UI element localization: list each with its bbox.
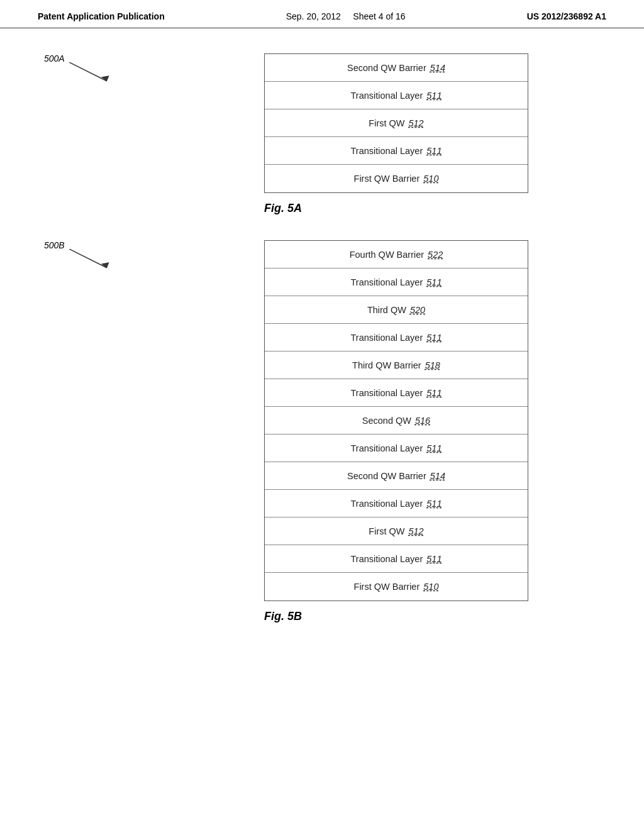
svg-line-0 (69, 62, 107, 81)
layer-row: Second QW Barrier514 (265, 462, 528, 490)
layer-ref: 520 (410, 305, 425, 315)
layer-ref: 511 (426, 443, 441, 453)
layer-text: Second QW Barrier (347, 471, 426, 481)
page-header: Patent Application Publication Sep. 20, … (0, 0, 644, 28)
layer-ref: 511 (426, 277, 441, 287)
layer-ref: 511 (426, 333, 441, 343)
layer-text: Second QW (362, 416, 411, 426)
layer-ref: 512 (408, 526, 423, 536)
layer-row: First QW Barrier510 (265, 573, 528, 600)
layer-text: Transitional Layer (351, 146, 423, 156)
layer-ref: 518 (425, 360, 440, 370)
layer-text: First QW (369, 526, 404, 536)
layer-text: Transitional Layer (351, 388, 423, 398)
layer-row: Transitional Layer511 (265, 545, 528, 573)
layer-text: Transitional Layer (351, 333, 423, 343)
header-center: Sep. 20, 2012 Sheet 4 of 16 (286, 11, 406, 21)
layer-ref: 514 (430, 471, 445, 481)
fig5b-caption: Fig. 5B (151, 610, 415, 623)
layer-text: First QW Barrier (354, 174, 420, 184)
layer-ref: 511 (426, 91, 441, 101)
layer-text: Transitional Layer (351, 443, 423, 453)
layer-text: Transitional Layer (351, 499, 423, 509)
layer-ref: 511 (426, 388, 441, 398)
layer-text: First QW (369, 118, 404, 128)
layer-row: First QW Barrier510 (265, 165, 528, 192)
layer-text: First QW Barrier (354, 582, 420, 592)
fig5b-arrow (69, 249, 145, 274)
layer-ref: 510 (423, 582, 438, 592)
layer-row: Transitional Layer511 (265, 434, 528, 462)
fig5a-section: 500A Second QW Barrier514Transitional La… (38, 53, 606, 215)
layer-text: Transitional Layer (351, 554, 423, 564)
layer-row: First QW512 (265, 517, 528, 545)
fig5a-arrow (69, 62, 145, 87)
fig5b-layer-stack: Fourth QW Barrier522Transitional Layer51… (264, 240, 528, 601)
fig5a-layer-stack: Second QW Barrier514Transitional Layer51… (264, 53, 528, 193)
layer-row: First QW512 (265, 109, 528, 137)
layer-row: Fourth QW Barrier522 (265, 241, 528, 268)
layer-ref: 516 (415, 416, 430, 426)
layer-text: Second QW Barrier (347, 63, 426, 73)
fig5a-caption: Fig. 5A (151, 202, 415, 215)
header-date: Sep. 20, 2012 (286, 11, 341, 21)
layer-row: Third QW520 (265, 296, 528, 324)
layer-text: Transitional Layer (351, 277, 423, 287)
layer-ref: 511 (426, 499, 441, 509)
header-sheet: Sheet 4 of 16 (353, 11, 405, 21)
layer-row: Transitional Layer511 (265, 137, 528, 165)
fig5a-label: 500A (44, 53, 65, 64)
layer-row: Third QW Barrier518 (265, 351, 528, 379)
layer-row: Transitional Layer511 (265, 268, 528, 296)
layer-ref: 514 (430, 63, 445, 73)
fig5b-label-area: 500B (38, 240, 151, 278)
fig5a-label-area: 500A (38, 53, 151, 91)
fig5b-label: 500B (44, 240, 65, 250)
layer-ref: 511 (426, 146, 441, 156)
layer-row: Transitional Layer511 (265, 490, 528, 517)
header-right: US 2012/236892 A1 (527, 11, 606, 21)
layer-row: Transitional Layer511 (265, 324, 528, 351)
layer-ref: 511 (426, 554, 441, 564)
layer-row: Transitional Layer511 (265, 379, 528, 407)
main-content: 500A Second QW Barrier514Transitional La… (0, 28, 644, 673)
layer-text: Third QW (367, 305, 406, 315)
layer-text: Third QW Barrier (352, 360, 421, 370)
layer-row: Transitional Layer511 (265, 82, 528, 109)
layer-text: Transitional Layer (351, 91, 423, 101)
fig5b-section: 500B Fourth QW Barrier522Transitional La… (38, 240, 606, 623)
header-left: Patent Application Publication (38, 11, 165, 21)
layer-ref: 522 (428, 250, 443, 260)
layer-row: Second QW516 (265, 407, 528, 434)
layer-ref: 510 (423, 174, 438, 184)
layer-row: Second QW Barrier514 (265, 54, 528, 82)
layer-text: Fourth QW Barrier (350, 250, 424, 260)
svg-line-2 (69, 249, 107, 268)
layer-ref: 512 (408, 118, 423, 128)
